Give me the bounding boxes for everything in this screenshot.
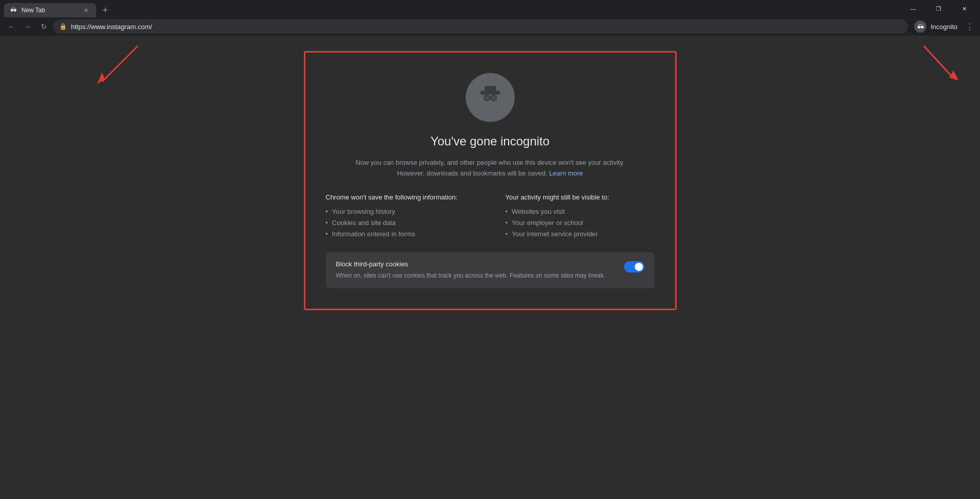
close-button[interactable]: ✕	[952, 0, 976, 17]
new-tab-button[interactable]: +	[98, 3, 112, 17]
tab-strip: 🕶 New Tab ✕ +	[4, 0, 112, 17]
page-content: You've gone incognito Now you can browse…	[0, 36, 980, 499]
list-item-websites: Websites you visit	[506, 206, 655, 217]
tab-title: New Tab	[21, 7, 78, 14]
svg-rect-5	[484, 86, 496, 94]
minimize-button[interactable]: —	[901, 0, 925, 17]
info-columns: Chrome won't save the following informat…	[326, 193, 655, 240]
maximize-button[interactable]: ❐	[927, 0, 950, 17]
incognito-title: You've gone incognito	[431, 134, 549, 148]
lock-icon: 🔒	[59, 23, 67, 30]
svg-line-2	[924, 46, 952, 77]
toggle-thumb	[635, 263, 643, 271]
profile-icon[interactable]: 🕶	[914, 20, 926, 33]
annotation-arrow-right	[919, 41, 960, 89]
window-controls: — ❐ ✕	[901, 0, 976, 17]
incognito-icon	[466, 73, 515, 122]
cookie-block: Block third-party cookies When on, sites…	[326, 252, 655, 288]
cookie-block-title: Block third-party cookies	[336, 260, 616, 268]
svg-rect-11	[489, 97, 491, 98]
title-bar: 🕶 New Tab ✕ + — ❐ ✕	[0, 0, 980, 17]
list-item-employer: Your employer or school	[506, 217, 655, 229]
incognito-description: Now you can browse privately, and other …	[350, 158, 631, 179]
tab-favicon: 🕶	[10, 7, 17, 14]
list-item-isp: Your internet service provider	[506, 229, 655, 240]
svg-line-0	[102, 46, 138, 82]
chrome-wont-save-title: Chrome won't save the following informat…	[326, 193, 475, 201]
back-button[interactable]: ←	[4, 19, 18, 34]
chrome-wont-save-list: Your browsing history Cookies and site d…	[326, 206, 475, 240]
svg-marker-3	[949, 70, 959, 81]
address-bar-row: ← → ↻ 🔒 https://www.instagram.com/ 🕶 Inc…	[0, 17, 980, 36]
annotation-arrow-left	[97, 41, 148, 89]
incognito-content-box: You've gone incognito Now you can browse…	[304, 51, 677, 310]
cookie-text: Block third-party cookies When on, sites…	[336, 260, 616, 280]
forward-button[interactable]: →	[20, 19, 35, 34]
list-item-cookies: Cookies and site data	[326, 217, 475, 229]
activity-visible-title: Your activity might still be visible to:	[506, 193, 655, 201]
profile-label: Incognito	[930, 23, 958, 31]
address-bar[interactable]: 🔒 https://www.instagram.com/	[53, 19, 908, 34]
address-text: https://www.instagram.com/	[71, 23, 902, 31]
activity-visible-column: Your activity might still be visible to:…	[506, 193, 655, 240]
cookie-block-description: When on, sites can't use cookies that tr…	[336, 271, 616, 280]
menu-button[interactable]: ⋮	[964, 20, 976, 34]
description-text: Now you can browse privately, and other …	[355, 159, 625, 177]
svg-marker-1	[97, 72, 105, 84]
list-item-forms: Information entered in forms	[326, 229, 475, 240]
learn-more-link[interactable]: Learn more	[549, 169, 583, 177]
reload-button[interactable]: ↻	[37, 19, 51, 34]
profile-area[interactable]: 🕶 Incognito	[910, 20, 962, 33]
svg-point-8	[484, 95, 489, 100]
list-item-browsing-history: Your browsing history	[326, 206, 475, 217]
svg-point-10	[491, 95, 495, 100]
chrome-wont-save-column: Chrome won't save the following informat…	[326, 193, 475, 240]
cookie-toggle[interactable]	[624, 261, 644, 272]
activity-visible-list: Websites you visit Your employer or scho…	[506, 206, 655, 240]
active-tab[interactable]: 🕶 New Tab ✕	[4, 3, 96, 17]
tab-close-button[interactable]: ✕	[82, 6, 90, 14]
